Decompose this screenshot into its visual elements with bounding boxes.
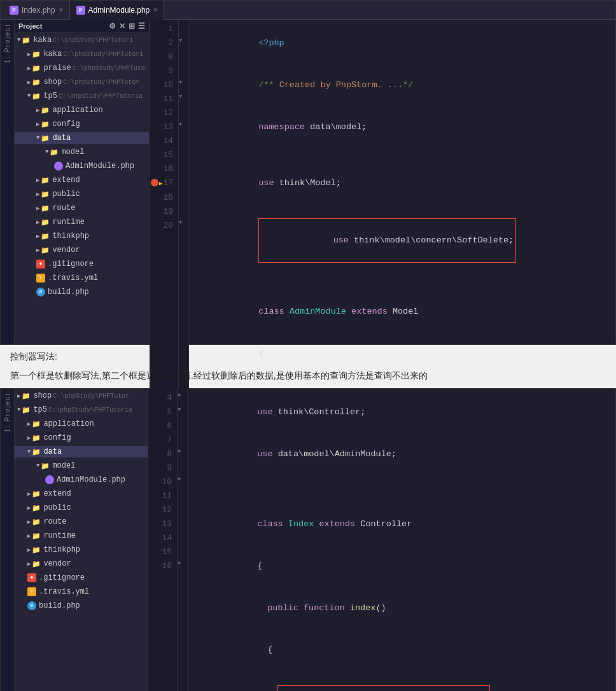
code-line-8-2: class Index extends Controller bbox=[188, 503, 615, 545]
fold-4[interactable]: ▼ bbox=[178, 389, 181, 403]
code-lines-2: use think\Controller; use data\model\Adm… bbox=[188, 389, 615, 691]
item-label: .travis.yml bbox=[48, 274, 98, 283]
folder-icon: 📁 bbox=[41, 190, 50, 199]
arrow-icon: ▶ bbox=[36, 107, 39, 114]
code-line-6-2 bbox=[188, 475, 615, 489]
ln-8: 8 bbox=[150, 50, 178, 64]
tree-item-config[interactable]: ▶ 📁 config bbox=[15, 117, 149, 131]
tab-adminmodule-php[interactable]: P AdminModule.php × bbox=[70, 1, 165, 20]
sidebar-title: Project bbox=[18, 22, 42, 30]
tree-item-travis-2[interactable]: Y .travis.yml bbox=[15, 585, 148, 599]
tree-item-adminmodule-2[interactable]: AdminModule.php bbox=[15, 473, 148, 487]
tree-item-data-2[interactable]: ▼ 📁 data bbox=[15, 445, 148, 459]
tree-item-runtime[interactable]: ▶ 📁 runtime bbox=[15, 215, 149, 229]
arrow-icon: ▼ bbox=[27, 93, 31, 99]
tree-item-model[interactable]: ▼ 📁 model bbox=[15, 145, 149, 159]
code-line-13: class AdminModule extends Model bbox=[189, 291, 615, 333]
fold-8-2[interactable]: ▼ bbox=[178, 445, 181, 459]
folder-icon: 📁 bbox=[22, 406, 31, 414]
tree-item-vendor-2[interactable]: ▶ 📁 vendor bbox=[15, 557, 148, 571]
menu-icon[interactable]: ☰ bbox=[138, 22, 145, 31]
ide-body-1: 1: Project Project ⚙ ✕ ⊞ ☰ ▼ bbox=[1, 20, 615, 344]
code-line-9-2: { bbox=[188, 545, 615, 587]
ln-14: 14 bbox=[150, 134, 178, 148]
tree-item-gitignore[interactable]: ♦ .gitignore bbox=[15, 257, 149, 271]
tree-item-route-2[interactable]: ▶ 📁 route bbox=[15, 515, 148, 529]
tab-index-php[interactable]: P Index.php × bbox=[3, 1, 70, 20]
fold-column-2: ▼ ▼ ▼ ▼ ▼ bbox=[178, 389, 188, 691]
expand-icon[interactable]: ⊞ bbox=[129, 22, 135, 31]
folder-icon: 📁 bbox=[41, 134, 50, 143]
tree-item-route[interactable]: ▶ 📁 route bbox=[15, 201, 149, 215]
fold-10[interactable]: ▼ bbox=[179, 76, 182, 90]
tree-item-thinkphp-2[interactable]: ▶ 📁 thinkphp bbox=[15, 543, 148, 557]
tree-item-model-2[interactable]: ▼ 📁 model bbox=[15, 459, 148, 473]
ln-12: 12 bbox=[150, 106, 178, 120]
code-line-8: namespace data\model; bbox=[189, 106, 615, 148]
item-label: tp5 bbox=[43, 92, 57, 101]
sidebar-header: Project ⚙ ✕ ⊞ ☰ bbox=[15, 20, 149, 33]
tree-item-thinkphp[interactable]: ▶ 📁 thinkphp bbox=[15, 229, 149, 243]
fold-5[interactable]: ▼ bbox=[178, 403, 181, 417]
tree-item-public[interactable]: ▶ 📁 public bbox=[15, 187, 149, 201]
tree-item-travis[interactable]: Y .travis.yml bbox=[15, 271, 149, 285]
file-icon-2 bbox=[45, 475, 54, 484]
tree-item-praise[interactable]: ▶ 📁 praise C:\phpStudy\PHPTuto bbox=[15, 61, 149, 75]
tab-close-icon[interactable]: × bbox=[59, 6, 63, 13]
ln-2: 2 bbox=[150, 36, 178, 50]
close-icon[interactable]: ✕ bbox=[119, 22, 125, 31]
settings-icon[interactable]: ⚙ bbox=[109, 22, 116, 31]
tree-item-application[interactable]: ▶ 📁 application bbox=[15, 103, 149, 117]
ln-15: 15 bbox=[150, 148, 178, 162]
tree-item-extend-2[interactable]: ▶ 📁 extend bbox=[15, 487, 148, 501]
fold-2[interactable]: ▼ bbox=[179, 34, 182, 48]
arrow-icon: ▶ bbox=[27, 79, 31, 86]
item-path: C:\phpStudy\PHPTutori bbox=[53, 37, 133, 44]
fold-10-2[interactable]: ▼ bbox=[178, 473, 181, 487]
tree-item-app-2[interactable]: ▶ 📁 application bbox=[15, 417, 148, 431]
item-path: C:\phpStudy\PHPTutoria bbox=[48, 407, 132, 414]
item-path: C:\phpStudy\PHPTutor bbox=[63, 79, 139, 86]
fold-11[interactable]: ▼ bbox=[179, 90, 182, 104]
fold-13[interactable]: ▼ bbox=[179, 118, 182, 132]
item-label: data bbox=[52, 134, 71, 143]
code-line-9 bbox=[189, 148, 615, 162]
folder-icon: 📁 bbox=[41, 462, 50, 470]
item-label: model bbox=[61, 148, 84, 157]
fold-20[interactable]: ▼ bbox=[179, 216, 182, 230]
folder-icon: 📁 bbox=[32, 92, 41, 101]
code-line-11: use think\model\concern\SoftDelete; bbox=[189, 204, 615, 277]
tree-item-data[interactable]: ▼ 📁 data bbox=[15, 131, 149, 145]
ln-18: 18 bbox=[150, 191, 178, 205]
item-label: runtime bbox=[43, 531, 75, 540]
arrow-icon: ▶ bbox=[36, 205, 39, 212]
tree-item-kaka-root[interactable]: ▼ 📁 kaka C:\phpStudy\PHPTutori bbox=[15, 33, 149, 47]
arrow-icon: ▶ bbox=[36, 177, 39, 184]
ln-9: 9 bbox=[150, 64, 178, 78]
tree-item-tp5[interactable]: ▼ 📁 tp5 C:\phpStudy\PHPTutoria bbox=[15, 89, 149, 103]
tree-item-config-2[interactable]: ▶ 📁 config bbox=[15, 431, 148, 445]
item-label: thinkphp bbox=[43, 545, 80, 554]
tree-item-runtime-2[interactable]: ▶ 📁 runtime bbox=[15, 529, 148, 543]
tree-item-vendor[interactable]: ▶ 📁 vendor bbox=[15, 243, 149, 257]
folder-icon: 📁 bbox=[32, 78, 41, 87]
tab-label-2: AdminModule.php bbox=[88, 6, 150, 15]
arrow-icon: ▶ bbox=[27, 435, 31, 442]
tree-item-extend[interactable]: ▶ 📁 extend bbox=[15, 173, 149, 187]
ln-16: 16 bbox=[150, 162, 178, 176]
tree-item-public-2[interactable]: ▶ 📁 public bbox=[15, 501, 148, 515]
tree-item-tp5-2[interactable]: ▼ 📁 tp5 C:\phpStudy\PHPTutoria bbox=[15, 403, 148, 417]
tree-item-build[interactable]: ⚙ build.php bbox=[15, 285, 149, 299]
tree-item-build-2[interactable]: ⚙ build.php bbox=[15, 599, 148, 613]
tree-item-adminmodule[interactable]: AdminModule.php bbox=[15, 159, 149, 173]
tree-item-gitignore-2[interactable]: ♦ .gitignore bbox=[15, 571, 148, 585]
tree-item-kaka[interactable]: ▶ 📁 kaka C:\phpStudy\PHPTutori bbox=[15, 47, 149, 61]
tree: ▼ 📁 kaka C:\phpStudy\PHPTutori ▶ 📁 kaka … bbox=[15, 33, 149, 341]
fold-16[interactable]: ▼ bbox=[178, 557, 181, 571]
tab-close-icon-2[interactable]: × bbox=[153, 6, 157, 13]
tree-item-shop[interactable]: ▶ 📁 shop C:\phpStudy\PHPTutor bbox=[15, 75, 149, 89]
item-label: data bbox=[43, 447, 62, 456]
code-line-4: use think\Controller; bbox=[188, 391, 615, 433]
tree-item-shop-2[interactable]: ▶ 📁 shop C:\phpStudy\PHPTutor bbox=[15, 389, 148, 403]
item-label: runtime bbox=[52, 218, 84, 227]
